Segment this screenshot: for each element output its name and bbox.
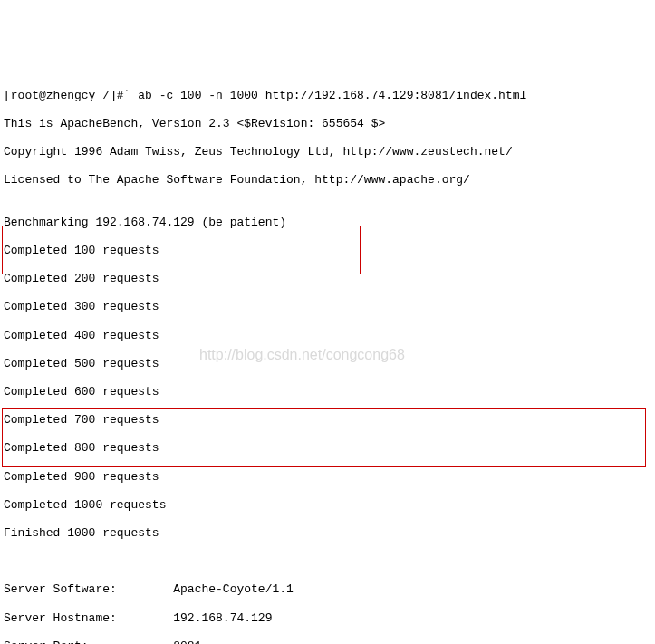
terminal-line: Copyright 1996 Adam Twiss, Zeus Technolo…: [4, 145, 651, 159]
terminal-line: [root@zhengcy /]#` ab -c 100 -n 1000 htt…: [4, 89, 651, 103]
terminal-line: Benchmarking 192.168.74.129 (be patient): [4, 216, 651, 230]
server-software-line: Server Software: Apache-Coyote/1.1: [4, 582, 651, 597]
terminal-line: Completed 300 requests: [4, 300, 651, 314]
terminal-line: Completed 900 requests: [4, 470, 651, 485]
terminal-line: Completed 1000 requests: [4, 498, 651, 513]
terminal-line: This is ApacheBench, Version 2.3 <$Revis…: [4, 117, 651, 131]
terminal-line: Completed 500 requests: [4, 357, 651, 371]
terminal-line: Completed 200 requests: [4, 272, 651, 286]
terminal-line: Completed 400 requests: [4, 329, 651, 343]
terminal-line: Completed 800 requests: [4, 441, 651, 456]
server-hostname-line: Server Hostname: 192.168.74.129: [4, 611, 651, 626]
terminal-line: Completed 100 requests: [4, 244, 651, 258]
terminal-line: Finished 1000 requests: [4, 526, 651, 541]
terminal-line: Completed 700 requests: [4, 413, 651, 428]
terminal-line: Licensed to The Apache Software Foundati…: [4, 173, 651, 187]
server-port-line: Server Port: 8081: [4, 639, 651, 644]
terminal-line: Completed 600 requests: [4, 385, 651, 399]
